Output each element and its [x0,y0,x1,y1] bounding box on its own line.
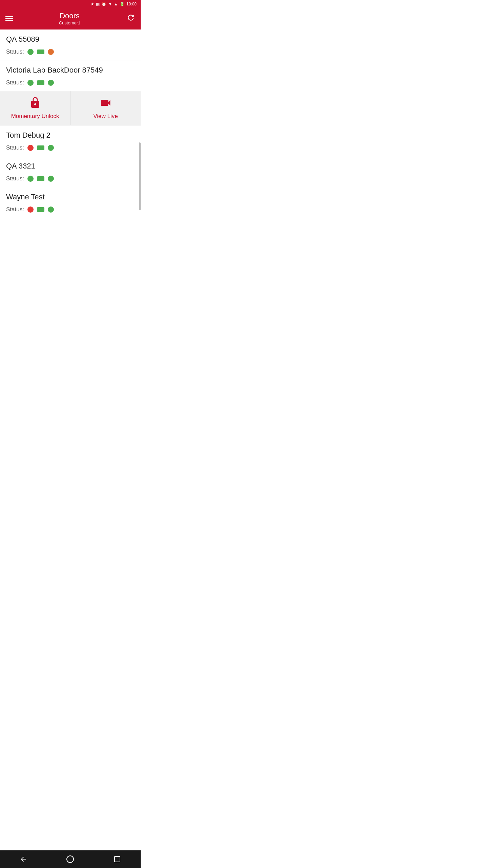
door-item-1[interactable]: QA 55089 Status: [0,29,141,55]
door-status-4: Status: [6,175,135,182]
status-label-3: Status: [6,144,24,151]
status-indicator-online-3 [27,145,34,151]
view-live-button[interactable]: View Live [70,91,141,125]
status-indicator-online-5 [27,206,34,213]
status-indicator-lock-5 [37,207,44,212]
momentary-unlock-label: Momentary Unlock [11,113,59,120]
door-item-4[interactable]: QA 3321 Status: [0,156,141,182]
content-area: QA 55089 Status: Victoria Lab BackDoor 8… [0,29,141,213]
status-indicator-motion-2 [48,80,54,86]
status-time: 10:00 [126,2,137,6]
door-status-3: Status: [6,144,135,151]
status-indicator-motion-5 [48,206,54,213]
door-name-5: Wayne Test [6,193,135,201]
door-item-5[interactable]: Wayne Test Status: [0,187,141,213]
status-indicator-online-2 [27,80,34,86]
wifi-icon: ▼ [108,2,112,6]
door-name-2: Victoria Lab BackDoor 87549 [6,66,135,75]
door-item-2[interactable]: Victoria Lab BackDoor 87549 Status: [0,60,141,86]
door-name-1: QA 55089 [6,35,135,44]
status-indicator-motion-3 [48,145,54,151]
status-label-5: Status: [6,206,24,213]
status-indicator-online-4 [27,176,34,182]
scroll-indicator [139,142,141,210]
door-item-3[interactable]: Tom Debug 2 Status: [0,125,141,151]
door-status-5: Status: [6,206,135,213]
status-indicator-lock-2 [37,80,44,85]
momentary-unlock-button[interactable]: Momentary Unlock [0,91,70,125]
lock-icon [29,97,41,110]
door-status-2: Status: [6,79,135,86]
status-bar-icons: ★ ▦ ⏰ ▼ ▲ 🔋 10:00 [90,2,137,6]
page-title: Doors [59,12,81,20]
status-indicator-lock-4 [37,176,44,181]
status-indicator-motion-1 [48,49,54,55]
menu-button[interactable] [5,16,13,21]
signal-icon: ▲ [114,2,118,6]
app-header: Doors Customer1 [0,8,141,29]
status-label-2: Status: [6,79,24,86]
door-name-3: Tom Debug 2 [6,131,135,140]
header-title-group: Doors Customer1 [59,12,81,25]
status-indicator-lock-3 [37,145,44,150]
door-name-4: QA 3321 [6,162,135,171]
status-label-4: Status: [6,175,24,182]
view-live-label: View Live [93,113,118,120]
alarm-icon: ⏰ [101,2,106,6]
door-status-1: Status: [6,48,135,55]
status-bar: ★ ▦ ⏰ ▼ ▲ 🔋 10:00 [0,0,141,8]
header-subtitle: Customer1 [59,20,81,25]
battery-icon: 🔋 [120,2,125,6]
status-indicator-motion-4 [48,176,54,182]
vibrate-icon: ▦ [96,2,100,6]
refresh-button[interactable] [126,13,135,24]
status-indicator-lock-1 [37,50,44,54]
camera-icon [100,97,112,110]
status-indicator-online-1 [27,49,34,55]
action-bar: Momentary Unlock View Live [0,91,141,125]
bluetooth-icon: ★ [90,2,94,6]
status-label-1: Status: [6,48,24,55]
